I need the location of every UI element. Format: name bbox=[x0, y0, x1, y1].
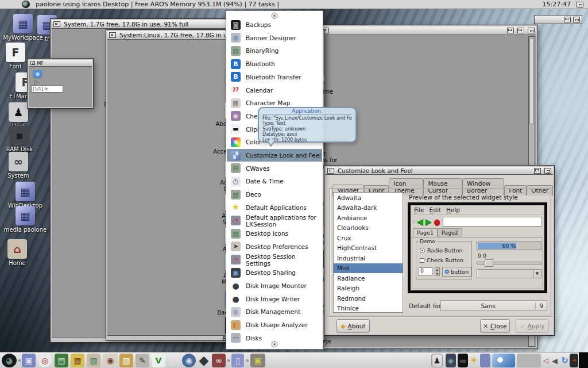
list-item-desktop-session-settings[interactable]: ◔Desktop Session Settings bbox=[227, 254, 322, 266]
sun-settings-icon[interactable]: ☀ bbox=[469, 354, 479, 367]
list-item-default-applications[interactable]: ★Default Applications bbox=[227, 201, 322, 214]
check-button[interactable]: Check Button bbox=[420, 257, 463, 263]
lnf-titlebar[interactable]: Customize Look and Feel bbox=[326, 167, 553, 175]
theme-ambiance[interactable]: Ambiance bbox=[334, 213, 403, 223]
aros-boot-logo-icon[interactable] bbox=[492, 354, 515, 367]
list-item-calendar[interactable]: 27Calendar bbox=[227, 84, 322, 97]
close-gadget-icon[interactable] bbox=[327, 168, 334, 174]
combobox[interactable]: ▼ bbox=[477, 269, 541, 278]
menu-help[interactable]: Help bbox=[446, 206, 460, 213]
file-stack-icon[interactable]: ▥ bbox=[119, 354, 133, 367]
pager-blank-icon[interactable] bbox=[517, 354, 541, 367]
notes-book-icon[interactable]: ▤ bbox=[55, 354, 68, 367]
close-gadget-icon[interactable] bbox=[30, 61, 35, 65]
zoom-gadget-icon[interactable] bbox=[534, 168, 541, 174]
paint-tools-icon[interactable]: ✎ bbox=[136, 354, 149, 367]
record-icon[interactable]: ● bbox=[434, 217, 440, 226]
demo-button[interactable]: button bbox=[442, 267, 471, 277]
volume-speaker-icon[interactable]: ◀ bbox=[550, 354, 559, 367]
virus-shield-icon[interactable]: V bbox=[152, 354, 165, 367]
scrollbar-thumb[interactable] bbox=[529, 38, 534, 124]
search-magnifier-icon[interactable]: ○ bbox=[167, 354, 181, 367]
media-paolone[interactable]: ▦media paolone bbox=[3, 206, 48, 233]
workbench-tower-icon[interactable]: ▯ bbox=[231, 354, 244, 367]
list-item-disk-management[interactable]: ◍Disk Management bbox=[227, 305, 322, 318]
quit-door-icon[interactable]: ➜ bbox=[570, 354, 578, 367]
about-button[interactable]: ◆ About bbox=[336, 319, 370, 332]
theme-highcontrast[interactable]: HighContrast bbox=[334, 243, 403, 254]
screen-depth-gadget-icon[interactable] bbox=[577, 2, 583, 7]
sync-arrows-icon[interactable]: ↻ bbox=[560, 354, 569, 367]
list-item-date-time[interactable]: ◷Date & Time bbox=[227, 175, 322, 187]
system[interactable]: ∞System bbox=[0, 152, 41, 179]
list-item-deco[interactable]: ▤Deco bbox=[227, 188, 322, 201]
scroll-down-icon[interactable] bbox=[272, 341, 278, 347]
chevron-down-icon[interactable]: ▼ bbox=[533, 270, 541, 278]
tab-page2[interactable]: Page2 bbox=[438, 228, 462, 237]
list-item-cwaves[interactable]: ▤CWaves bbox=[227, 162, 322, 175]
menu-edit[interactable]: Edit bbox=[430, 206, 441, 213]
spin-stepper[interactable]: ▲▼ bbox=[435, 267, 440, 276]
back-arrow-icon[interactable]: ◀ bbox=[417, 217, 423, 225]
mixer-dial-icon[interactable]: ◉ bbox=[182, 354, 196, 367]
list-item-disk-image-mounter[interactable]: ●Disk Image Mounter bbox=[227, 279, 322, 292]
screens-monitor-icon[interactable]: ▣ bbox=[250, 354, 265, 367]
theme-raleigh[interactable]: Raleigh bbox=[334, 283, 403, 294]
theme-crux[interactable]: Crux bbox=[334, 233, 403, 243]
font-size[interactable]: 9 bbox=[535, 302, 547, 309]
list-item-default-applications-for-lxsession[interactable]: ◔Default applications for LXSession bbox=[227, 214, 322, 227]
tab-page1[interactable]: Page1 bbox=[413, 228, 438, 237]
harddisk-icon[interactable]: ◆ bbox=[197, 354, 211, 367]
depth-gadget-icon[interactable] bbox=[528, 28, 535, 33]
checkbox-icon[interactable] bbox=[420, 258, 424, 263]
zoom-gadget-icon[interactable] bbox=[517, 28, 524, 33]
home[interactable]: ⌂Home bbox=[0, 239, 40, 266]
list-item-bluetooth[interactable]: BBluetooth bbox=[227, 57, 322, 70]
slider-thumb[interactable] bbox=[485, 259, 493, 267]
radio-button[interactable]: Radio Button bbox=[420, 247, 463, 254]
windesktop[interactable]: ▦WinDesktop bbox=[3, 182, 48, 209]
close-button[interactable]: ✕ Close bbox=[480, 319, 510, 332]
depth-gadget-icon[interactable] bbox=[573, 17, 580, 22]
depth-gadget-icon[interactable] bbox=[544, 168, 551, 174]
radio-icon[interactable] bbox=[420, 248, 425, 253]
list-item-desktop-icons[interactable]: ▤Desktop Icons bbox=[227, 227, 322, 240]
theme-industrial[interactable]: Industrial bbox=[334, 253, 403, 263]
zoom-gadget-icon[interactable] bbox=[564, 17, 571, 22]
menubar[interactable]: paolone using Icaros Desktop | Free AROS… bbox=[0, 0, 588, 9]
theme-adwaita[interactable]: Adwaita bbox=[334, 193, 403, 203]
owb-browser-icon[interactable]: ◎ bbox=[38, 354, 52, 367]
drive-icon[interactable]: ▣ bbox=[33, 70, 42, 78]
close-gadget-icon[interactable] bbox=[109, 32, 116, 38]
list-item-backups[interactable]: ◙Backups bbox=[227, 18, 322, 31]
volume-low-icon[interactable]: ◁ bbox=[542, 354, 550, 367]
aros-menu-icon[interactable]: ◕ bbox=[2, 354, 17, 367]
apply-button[interactable]: ✓ Apply bbox=[516, 319, 549, 332]
list-item-disk-image-writer[interactable]: ●Disk Image Writer bbox=[227, 293, 322, 305]
tux-session-icon[interactable]: ♟ bbox=[431, 354, 443, 367]
forward-arrow-icon[interactable]: ▶ bbox=[425, 217, 432, 225]
list-item-bluetooth-transfer[interactable]: BBluetooth Transfer bbox=[227, 71, 322, 83]
theme-radiance[interactable]: Radiance bbox=[334, 273, 403, 283]
directory-opus-icon[interactable]: ▦ bbox=[71, 354, 84, 367]
window-mf-titlebar[interactable]: MF bbox=[29, 60, 92, 67]
finder-binoculars-icon[interactable]: ∞ bbox=[212, 354, 226, 367]
background-window-titlebar-fragment[interactable] bbox=[534, 15, 582, 24]
zune-view-icon[interactable]: ◉ bbox=[103, 354, 118, 367]
theme-redmond[interactable]: Redmond bbox=[334, 293, 403, 304]
image-editor-icon[interactable]: ▧ bbox=[87, 354, 100, 367]
slider[interactable] bbox=[477, 259, 541, 267]
theme-thinice[interactable]: ThinIce bbox=[334, 304, 403, 313]
prefs-box-icon[interactable]: ▣ bbox=[22, 354, 36, 367]
list-item-desktop-preferences[interactable]: ➤Desktop Preferences bbox=[227, 240, 322, 253]
spin-entry[interactable]: 0 bbox=[419, 267, 432, 276]
ram-disk[interactable]: ▪RAM Disk bbox=[0, 125, 42, 152]
list-item-desktop-sharing[interactable]: ▣Desktop Sharing bbox=[227, 266, 322, 279]
list-item-disk-usage-analyzer[interactable]: ◧Disk Usage Analyzer bbox=[227, 319, 322, 331]
blue-square-icon[interactable] bbox=[480, 354, 490, 367]
screen-edge-icon[interactable] bbox=[579, 352, 588, 368]
list-item-binaryring[interactable]: ▤BinaryRing bbox=[227, 44, 322, 57]
display-icon[interactable]: ▬ bbox=[458, 354, 468, 367]
list-item-banner-designer[interactable]: ◍Banner Designer bbox=[227, 32, 322, 44]
default-font-button[interactable]: Sans 9 bbox=[440, 300, 547, 311]
